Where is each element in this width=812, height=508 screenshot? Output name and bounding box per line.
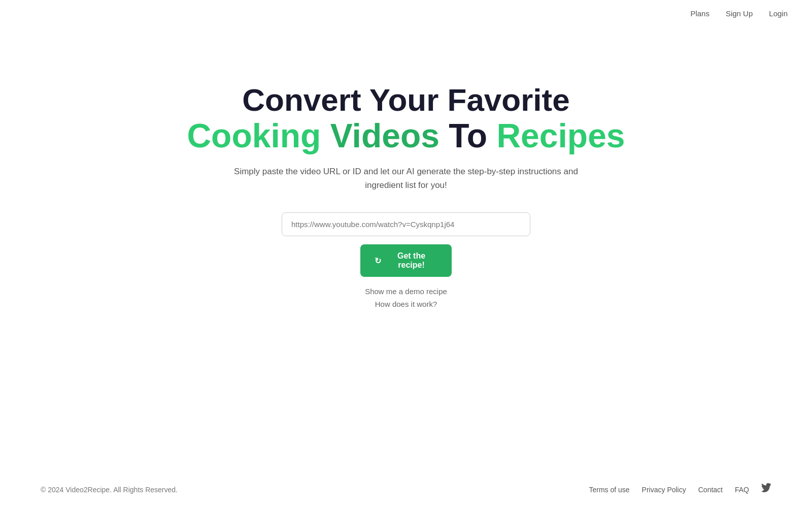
- refresh-icon: ↻: [375, 256, 381, 266]
- footer-privacy-link[interactable]: Privacy Policy: [642, 486, 686, 494]
- footer-copyright: © 2024 Video2Recipe. All Rights Reserved…: [41, 486, 178, 494]
- word-videos: Videos: [330, 117, 439, 154]
- site-footer: © 2024 Video2Recipe. All Rights Reserved…: [0, 471, 812, 508]
- word-recipes: Recipes: [496, 117, 625, 154]
- get-recipe-label: Get the recipe!: [385, 251, 437, 270]
- hero-subtitle: Simply paste the video URL or ID and let…: [233, 165, 579, 192]
- hero-title: Convert Your Favorite Cooking Videos To …: [187, 83, 625, 154]
- site-header: Plans Sign Up Login: [0, 0, 812, 27]
- nav-login[interactable]: Login: [769, 9, 788, 18]
- word-to: To: [449, 117, 487, 154]
- footer-terms-link[interactable]: Terms of use: [589, 486, 629, 494]
- hero-line1: Convert Your Favorite: [187, 83, 625, 117]
- footer-faq-link[interactable]: FAQ: [735, 486, 749, 494]
- demo-recipe-link[interactable]: Show me a demo recipe: [365, 287, 447, 296]
- how-it-works-link[interactable]: How does it work?: [375, 300, 437, 308]
- url-input[interactable]: [282, 212, 530, 236]
- footer-contact-link[interactable]: Contact: [698, 486, 723, 494]
- word-cooking: Cooking: [187, 117, 321, 154]
- main-content: Convert Your Favorite Cooking Videos To …: [0, 27, 812, 471]
- nav-plans[interactable]: Plans: [690, 9, 709, 18]
- nav-signup[interactable]: Sign Up: [726, 9, 753, 18]
- get-recipe-button[interactable]: ↻ Get the recipe!: [360, 244, 452, 277]
- url-input-wrapper: [282, 212, 530, 236]
- twitter-icon[interactable]: [761, 483, 771, 496]
- footer-links: Terms of use Privacy Policy Contact FAQ: [589, 483, 771, 496]
- hero-line2: Cooking Videos To Recipes: [187, 117, 625, 154]
